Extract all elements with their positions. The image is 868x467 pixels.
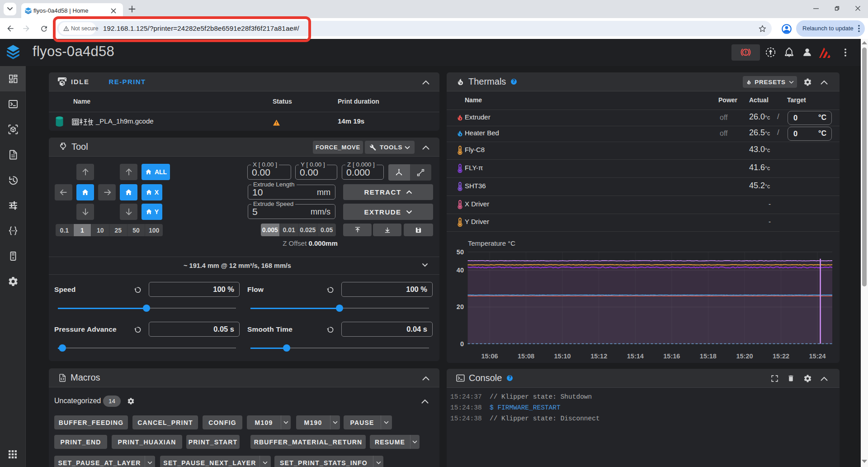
svg-text:Temperature °C: Temperature °C bbox=[468, 239, 515, 247]
svg-text:15:14: 15:14 bbox=[627, 353, 644, 360]
svg-text:15:18: 15:18 bbox=[700, 353, 717, 360]
svg-text:15:20: 15:20 bbox=[736, 353, 753, 360]
svg-text:40: 40 bbox=[457, 267, 464, 274]
svg-text:15:16: 15:16 bbox=[663, 353, 680, 360]
svg-text:20: 20 bbox=[457, 303, 464, 310]
svg-text:15:06: 15:06 bbox=[481, 353, 498, 360]
svg-text:15:10: 15:10 bbox=[554, 353, 571, 360]
svg-text:15:08: 15:08 bbox=[518, 353, 534, 360]
svg-text:15:22: 15:22 bbox=[773, 353, 789, 360]
svg-text:50: 50 bbox=[457, 248, 464, 256]
svg-text:15:24: 15:24 bbox=[809, 353, 826, 360]
svg-text:15:12: 15:12 bbox=[590, 353, 607, 360]
svg-text:0: 0 bbox=[460, 340, 464, 348]
